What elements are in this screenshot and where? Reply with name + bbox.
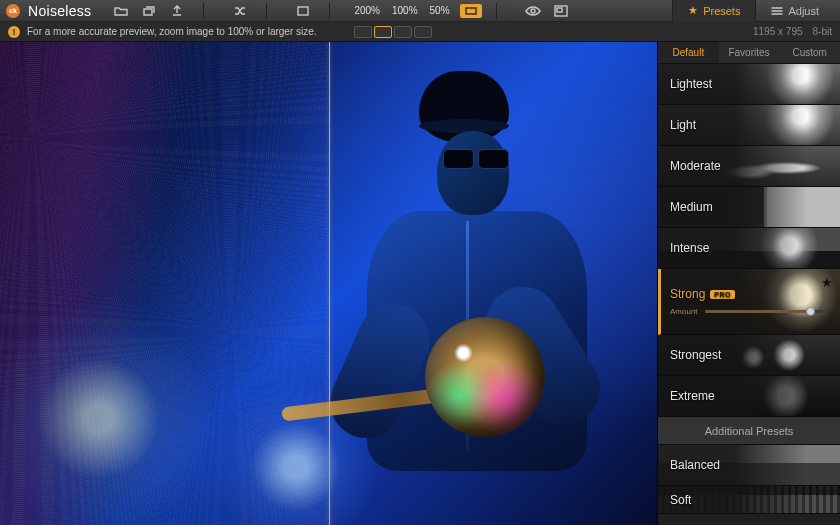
zoom-50-button[interactable]: 50% <box>424 3 456 18</box>
preview-group <box>521 3 573 19</box>
view-stack-button[interactable] <box>414 26 432 38</box>
sliders-icon <box>771 6 783 16</box>
preset-label: Strongest <box>670 348 721 362</box>
svg-point-2 <box>531 9 535 13</box>
image-dimensions: 1195 x 795 <box>753 26 803 37</box>
presets-sidebar: Default Favorites Custom Lightest Light … <box>657 42 840 525</box>
panel-tabs: ★ Presets Adjust <box>672 0 834 21</box>
svg-rect-1 <box>466 8 476 14</box>
export-button[interactable] <box>165 3 189 19</box>
app-window: ck Noiseless 200% <box>0 0 840 525</box>
main-area: Default Favorites Custom Lightest Light … <box>0 42 840 525</box>
photo-subject <box>315 71 604 515</box>
presets-tab-label: Presets <box>703 5 740 17</box>
preset-label: Strong PRO <box>670 287 735 301</box>
preset-label: Light <box>670 118 696 132</box>
preset-moderate[interactable]: Moderate <box>658 146 840 187</box>
batch-button[interactable] <box>137 3 161 19</box>
share-icon <box>170 5 184 17</box>
preset-label: Soft <box>670 493 691 507</box>
preset-label: Medium <box>670 200 713 214</box>
crop-icon <box>296 5 310 17</box>
amount-slider[interactable] <box>705 310 828 313</box>
preset-label: Lightest <box>670 77 712 91</box>
view-single-button[interactable] <box>354 26 372 38</box>
presets-tab[interactable]: ★ Presets <box>672 0 755 22</box>
adjust-tab-label: Adjust <box>788 5 819 17</box>
pro-badge: PRO <box>710 290 735 299</box>
photo-preview <box>0 42 657 525</box>
eye-icon <box>525 5 541 17</box>
infobar: ! For a more accurate preview, zoom imag… <box>0 22 840 42</box>
preset-lightest[interactable]: Lightest <box>658 64 840 105</box>
preset-mode-tabs: Default Favorites Custom <box>658 42 840 64</box>
svg-rect-4 <box>557 8 562 12</box>
navigator-icon <box>554 5 568 17</box>
mode-default-tab[interactable]: Default <box>658 42 719 63</box>
amount-label: Amount <box>670 307 698 316</box>
toolbar-divider <box>496 3 497 19</box>
shuffle-button[interactable] <box>228 3 252 19</box>
stack-icon <box>142 5 156 17</box>
svg-rect-0 <box>298 7 308 15</box>
slider-thumb[interactable] <box>806 307 815 316</box>
compare-split-handle[interactable] <box>329 42 330 525</box>
crop-button[interactable] <box>291 3 315 19</box>
preset-list: Lightest Light Moderate Medium Intense <box>658 64 840 525</box>
shuffle-icon <box>233 5 247 17</box>
preset-label-text: Strong <box>670 287 705 301</box>
preset-intense[interactable]: Intense <box>658 228 840 269</box>
file-tool-group <box>109 3 189 19</box>
mode-favorites-tab[interactable]: Favorites <box>719 42 780 63</box>
mode-custom-tab[interactable]: Custom <box>779 42 840 63</box>
navigator-button[interactable] <box>549 3 573 19</box>
preset-strongest[interactable]: Strongest <box>658 335 840 376</box>
crop-group <box>291 3 315 19</box>
folder-icon <box>114 5 128 17</box>
image-canvas[interactable] <box>0 42 657 525</box>
info-right: 1195 x 795 8-bit <box>753 26 832 37</box>
toolbar-divider <box>266 3 267 19</box>
toolbar-divider <box>329 3 330 19</box>
fit-screen-button[interactable] <box>460 4 482 18</box>
app-title: Noiseless <box>28 3 91 19</box>
preset-extreme[interactable]: Extreme <box>658 376 840 417</box>
preset-label: Intense <box>670 241 709 255</box>
preset-amount-row: Amount <box>670 307 828 316</box>
preset-strong[interactable]: ★ Strong PRO Amount <box>658 269 840 335</box>
preset-light[interactable]: Light <box>658 105 840 146</box>
star-icon: ★ <box>688 4 698 17</box>
preset-label: Extreme <box>670 389 715 403</box>
open-folder-button[interactable] <box>109 3 133 19</box>
fit-icon <box>465 7 477 15</box>
titlebar: ck Noiseless 200% <box>0 0 840 22</box>
app-logo-icon: ck <box>6 4 20 18</box>
compare-mode-group <box>354 26 432 38</box>
preset-medium[interactable]: Medium <box>658 187 840 228</box>
adjust-tab[interactable]: Adjust <box>755 0 834 22</box>
image-bitdepth: 8-bit <box>813 26 832 37</box>
preset-label: Balanced <box>670 458 720 472</box>
zoom-100-button[interactable]: 100% <box>386 3 424 18</box>
preset-label: Moderate <box>670 159 721 173</box>
view-split-button[interactable] <box>374 26 392 38</box>
zoom-group: 200% 100% 50% <box>348 3 481 18</box>
additional-presets-header: Additional Presets <box>658 417 840 445</box>
info-tip-text: For a more accurate preview, zoom image … <box>27 26 317 37</box>
zoom-200-button[interactable]: 200% <box>348 3 386 18</box>
preset-soft[interactable]: Soft <box>658 486 840 514</box>
tool-group <box>228 3 252 19</box>
view-side-button[interactable] <box>394 26 412 38</box>
quick-preview-button[interactable] <box>521 3 545 19</box>
toolbar-divider <box>203 3 204 19</box>
preset-balanced[interactable]: Balanced <box>658 445 840 486</box>
warning-icon: ! <box>8 26 20 38</box>
favorite-star-icon[interactable]: ★ <box>821 275 833 290</box>
